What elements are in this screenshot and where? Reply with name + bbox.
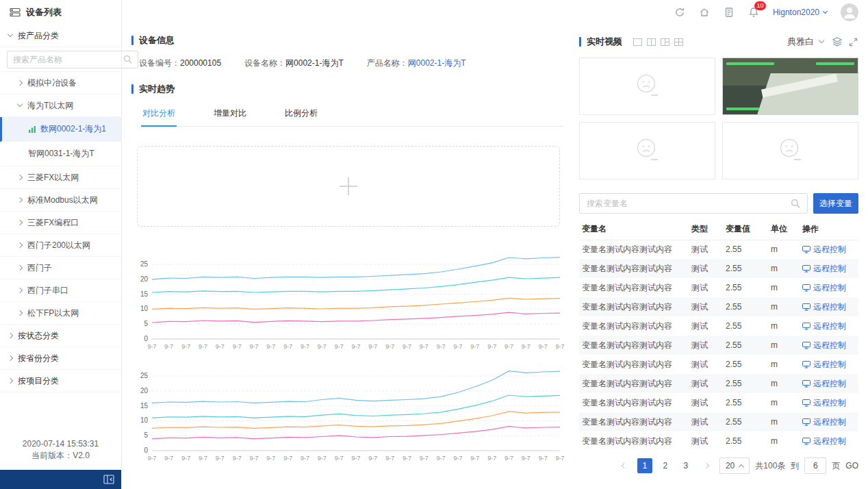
tree-node[interactable]: 西门子 [0,257,121,279]
tree-node[interactable]: 三菱FX编程口 [0,212,121,234]
video-placeholder[interactable] [722,122,858,179]
tree-node[interactable]: 模拟中冶设备 [0,72,121,95]
svg-text:9-7: 9-7 [522,343,531,350]
tree-node[interactable]: 松下FP以太网 [0,302,121,325]
remote-control-link[interactable]: 远程控制 [802,340,846,351]
product-name-link[interactable]: 网0002-1-海为T [408,58,466,68]
user-menu[interactable]: Hignton2020 [773,8,827,17]
layout-three-pane-icon[interactable] [661,38,669,46]
chevron-up-icon [739,464,744,470]
page-size-select[interactable]: 20 [719,457,750,474]
layout-two-pane-icon[interactable] [647,38,656,46]
remote-control-link[interactable]: 远程控制 [802,436,846,447]
tree-node[interactable]: 标准Modbus以太网 [0,189,121,212]
camera-feed[interactable] [722,58,858,115]
var-name: 变量名测试内容测试内容 [579,431,689,451]
video-placeholder[interactable] [579,122,715,179]
prev-page-button[interactable] [617,458,632,473]
title-accent-bar [579,37,581,47]
jump-page-input[interactable] [804,457,826,474]
home-icon[interactable] [699,7,710,18]
section-label: 按省份分类 [18,353,59,364]
remote-control-link[interactable]: 远程控制 [802,321,846,332]
var-action: 远程控制 [800,259,858,278]
svg-text:9-7: 9-7 [470,343,479,350]
var-action: 远程控制 [800,316,858,336]
svg-text:10: 10 [140,305,149,312]
trend-tab-1[interactable]: 对比分析 [141,102,177,127]
sidebar-section-status[interactable]: 按状态分类 [0,325,121,347]
layout-single-icon[interactable] [633,38,642,46]
document-icon[interactable] [724,7,735,18]
video-layout-switcher [633,38,683,46]
page-button-3[interactable]: 3 [678,458,693,473]
product-search-input[interactable] [13,55,119,64]
svg-text:9-7: 9-7 [283,455,292,462]
sidebar-collapse-bar[interactable] [0,470,121,489]
tree-node[interactable]: 西门子串口 [0,279,121,302]
device-list-icon [10,8,21,17]
tree-node[interactable]: 海为T以太网 [0,95,121,117]
svg-text:9-7: 9-7 [437,343,446,350]
svg-text:9-7: 9-7 [301,455,309,462]
variable-search-input[interactable] [587,199,787,208]
page-button-2[interactable]: 2 [658,458,673,473]
svg-text:9-7: 9-7 [385,455,394,462]
svg-text:9-7: 9-7 [539,455,548,462]
var-unit: m [768,336,800,355]
remote-control-label: 远程控制 [813,378,846,390]
chevron-right-icon [8,378,13,384]
var-type: 测试 [689,374,723,393]
svg-text:9-7: 9-7 [147,343,156,350]
var-unit: m [768,431,800,451]
remote-control-link[interactable]: 远程控制 [802,263,846,275]
trend-tabs: 对比分析增量对比比例分析 [141,102,564,127]
remote-control-link[interactable]: 远程控制 [802,359,846,371]
next-page-button[interactable] [699,458,714,473]
content: 设备信息 设备编号：200000105 设备名称：网0002-1-海为T 产品名… [122,25,868,489]
svg-text:9-7: 9-7 [216,455,225,462]
tree-leaf[interactable]: 数网0002-1-海为1 [0,117,121,142]
avatar[interactable] [841,3,858,21]
remote-control-link[interactable]: 远程控制 [802,244,846,255]
table-row: 变量名测试内容测试内容测试2.55m远程控制 [579,393,858,412]
sidebar-section-province[interactable]: 按省份分类 [0,347,121,370]
trend-tab-3[interactable]: 比例分析 [283,102,319,126]
section-label: 按状态分类 [18,330,59,342]
notifications-bell-icon[interactable]: 10 [748,7,759,18]
layout-four-grid-icon[interactable] [674,38,683,46]
remote-control-link[interactable]: 远程控制 [802,397,846,409]
select-variable-button[interactable]: 选择变量 [813,193,858,214]
product-tree: 模拟中冶设备海为T以太网数网0002-1-海为1智网0031-1-海为T三菱FX… [0,72,121,325]
var-name: 变量名测试内容测试内容 [579,259,689,278]
tree-node[interactable]: 西门子200以太网 [0,234,121,257]
camera-osd-text [816,62,854,65]
tree-leaf[interactable]: 智网0031-1-海为T [0,142,121,166]
refresh-icon[interactable] [674,7,685,18]
column-header: 变量名 [579,219,689,240]
page-button-1[interactable]: 1 [637,458,652,473]
remote-control-link[interactable]: 远程控制 [802,301,846,313]
remote-control-link[interactable]: 远程控制 [802,282,846,294]
add-curve-dropzone[interactable] [137,146,560,227]
tree-node[interactable]: 三菱FX以太网 [0,166,121,189]
tree-node-label: 海为T以太网 [27,100,73,112]
video-placeholder[interactable] [579,58,715,115]
remote-control-link[interactable]: 远程控制 [802,378,846,390]
go-button[interactable]: GO [845,461,858,471]
table-row: 变量名测试内容测试内容测试2.55m远程控制 [579,355,858,374]
tree-leaf-label: 数网0002-1-海为1 [40,123,106,135]
sidebar-section-product[interactable]: 按产品分类 [0,25,121,47]
fullscreen-icon[interactable] [848,37,858,47]
svg-text:9-7: 9-7 [351,455,360,462]
sidebar-section-project[interactable]: 按项目分类 [0,370,121,392]
title-accent-bar [131,36,133,45]
remote-control-link[interactable]: 远程控制 [802,416,846,428]
theme-select[interactable]: 典雅白 [784,34,826,49]
var-name: 变量名测试内容测试内容 [579,374,689,393]
layers-icon[interactable] [832,36,843,47]
collapse-sidebar-icon[interactable] [103,475,114,484]
var-value: 2.55 [723,336,768,355]
no-video-icon [776,137,806,164]
trend-tab-2[interactable]: 增量对比 [212,102,248,126]
